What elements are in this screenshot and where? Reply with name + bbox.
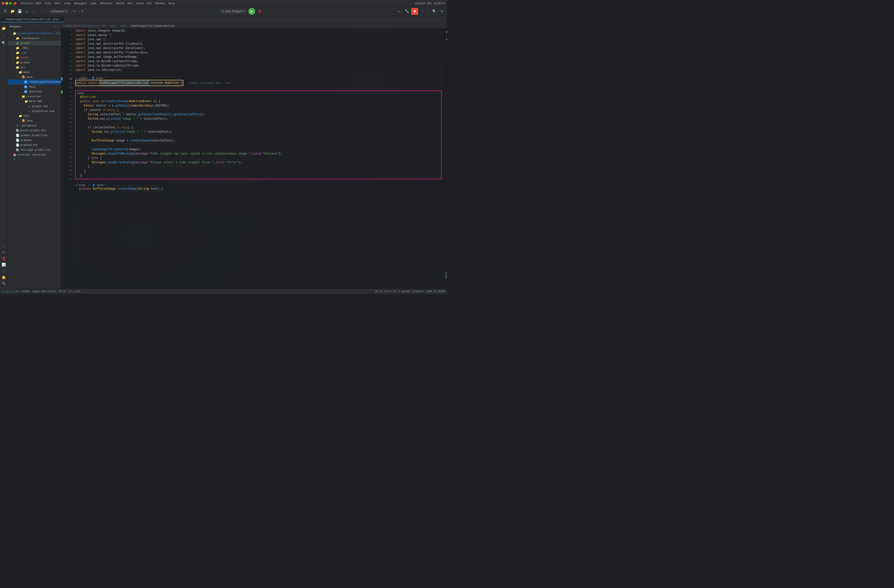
tab-close-icon[interactable]: ✕ (60, 18, 62, 21)
tree-idea[interactable]: ▸ 📁 .idea (8, 45, 61, 50)
breadcrumb-class[interactable]: CodeSnippetToClipboardAction (130, 24, 175, 27)
menu-tools[interactable]: Tools (136, 2, 144, 5)
code-line-32: copyImageToClipboard(image); (76, 147, 441, 152)
tree-label: gradle (20, 42, 30, 45)
git-history-btn[interactable]: ⏱ (81, 10, 84, 13)
debug-button[interactable]: 🐞 (256, 8, 263, 15)
apple-menu[interactable]: 🍎 (14, 2, 17, 5)
tree-main[interactable]: ▾ 📁 main (8, 70, 61, 75)
settings-btn[interactable]: ⚙ (439, 8, 445, 15)
tree-plugin-svg[interactable]: ✧ pluginIcon.svg (8, 109, 61, 113)
status-branch[interactable]: ⎇ ⎇ 1 △/N/A (2, 290, 20, 293)
menu-app[interactable]: IntelliJ IDEA (20, 2, 41, 5)
breadcrumb-src[interactable]: src (102, 24, 107, 27)
more-btn[interactable]: ⋮ (420, 8, 426, 15)
close-button[interactable] (2, 2, 5, 5)
tree-gradle-props[interactable]: 📄 gradle.properties (8, 133, 61, 138)
status-encoding[interactable]: UTF-8 (384, 290, 391, 293)
sidebar-bottom-icons: ⚠ ▶ 🐞 📊 ☁ 🔔 🔌 (1, 243, 7, 289)
menu-build[interactable]: Build (116, 2, 124, 5)
scrollbar-thumb[interactable] (445, 272, 447, 279)
tree-plugin-xml[interactable]: ✦ plugin.xml (8, 104, 61, 109)
vcs-branch-selector[interactable]: ⎇ master ▾ (49, 9, 69, 14)
folder-open-btn[interactable]: 📁 (9, 8, 15, 15)
breadcrumb-project[interactable]: CodeSnippetToClipboard (63, 24, 98, 27)
tree-codesnippet[interactable]: C CodeSnippetToClipboardAction (8, 80, 61, 85)
tree-java[interactable]: ▾ 📦 java (8, 75, 61, 80)
ai-assistant-btn[interactable]: ✦ (396, 8, 402, 15)
menu-file[interactable]: File (45, 2, 51, 5)
menu-run[interactable]: Run (128, 2, 133, 5)
save-btn[interactable]: 💾 (17, 8, 23, 15)
run-configuration[interactable]: ▶ Run Plugin ▾ (220, 9, 247, 14)
sidebar-run-icon[interactable]: ▶ (1, 249, 7, 255)
status-warnings[interactable]: ⚠ 1 △ N/A (68, 290, 80, 293)
tree-run[interactable]: ▸ 📁 .run (8, 50, 61, 55)
tree-myaction[interactable]: C MyAction (8, 89, 61, 94)
tree-gradle-highlighted[interactable]: ▸ ▦ gradle (8, 41, 61, 45)
code-editor[interactable]: 7 8 9 10 11 12 13 14 15 16 17 18 19 (61, 29, 447, 289)
panel-settings-icon[interactable]: ⚙ (55, 25, 56, 28)
tree-build[interactable]: ▸ 📁 build (8, 55, 61, 60)
panel-minimize-icon[interactable]: _ (57, 25, 59, 28)
back-btn[interactable]: ← (31, 8, 37, 15)
code-content[interactable]: import javax.imageio.ImageIO; import jav… (73, 29, 444, 289)
tree-fastrequest[interactable]: ▸ 📁 .fastRequest (8, 36, 61, 41)
menu-code[interactable]: Code (90, 2, 97, 5)
sidebar-project-icon[interactable]: 📁 (1, 25, 7, 32)
menu-window[interactable]: Window (156, 2, 165, 5)
maximize-button[interactable] (9, 2, 12, 5)
menu-help[interactable]: Help (168, 2, 175, 5)
tree-gitignore[interactable]: ⊘ .gitignore (8, 123, 61, 128)
tree-test-java[interactable]: ▾ 📦 java (8, 118, 61, 123)
menu-navigate[interactable]: Navigate (74, 2, 87, 5)
status-line-col[interactable]: 18:14 (375, 290, 382, 293)
status-blame[interactable]: Blame: yangs 2023/12/23, 18:22 (22, 290, 66, 293)
tree-gradlew-bat[interactable]: 📄 gradlew.bat (8, 143, 61, 148)
minimize-button[interactable] (6, 2, 8, 5)
menu-view[interactable]: View (64, 2, 71, 5)
tree-scratches[interactable]: ▸ ✎ (8, 157, 61, 162)
sidebar-notifications-icon[interactable]: 🔔 (1, 274, 7, 280)
run-button[interactable]: ▶ (248, 8, 255, 15)
status-line-sep[interactable]: LF (393, 290, 396, 293)
search-everywhere-btn[interactable]: 🔍 (431, 8, 437, 15)
git-update-btn[interactable]: ⟳ (73, 10, 75, 13)
menu-git[interactable]: Git (147, 2, 152, 5)
status-indent[interactable]: 4 spaces (398, 290, 410, 293)
refresh-btn[interactable]: ↻ (24, 8, 30, 15)
tree-main-class[interactable]: C Main (8, 85, 61, 89)
menu-edit[interactable]: Edit (54, 2, 60, 5)
git-pull-btn[interactable]: ⇩ (79, 10, 80, 13)
sidebar-problems-icon[interactable]: ⚠ (1, 243, 7, 249)
forward-btn[interactable]: → (38, 8, 45, 15)
sidebar-services-icon[interactable]: ☁ (1, 268, 7, 274)
sidebar-profiler-icon[interactable]: 📊 (1, 262, 7, 268)
stop-button[interactable]: ■ (411, 8, 418, 15)
status-vcs-branch[interactable]: ⎇ master (412, 290, 424, 293)
sidebar-commit-icon[interactable]: ✓ (1, 33, 7, 39)
menu-refactor[interactable]: Refactor (100, 2, 113, 5)
tree-external-libs[interactable]: ▸ 📚 External Libraries (8, 152, 61, 157)
tree-settings-gradle[interactable]: 🐘 settings.gradle.kts (8, 148, 61, 152)
tree-gradle2[interactable]: ▸ 📁 gradle (8, 60, 61, 65)
gutter-line-33: 33 (61, 142, 73, 147)
breadcrumb-main[interactable]: main (110, 24, 116, 27)
status-memory[interactable]: 1690 of 3048M (426, 290, 445, 293)
tree-build-gradle[interactable]: 🐘 build.gradle.kts (8, 128, 61, 133)
tree-gradlew[interactable]: 📄 gradlew (8, 138, 61, 143)
project-sidebar-toggle[interactable]: ☰ (2, 8, 8, 15)
tree-src[interactable]: ▾ 📁 src (8, 65, 61, 70)
sidebar-plugins-icon[interactable]: 🔌 (1, 280, 7, 287)
sidebar-debug-icon[interactable]: 🐞 (1, 255, 7, 262)
breadcrumb-java[interactable]: java (120, 24, 126, 27)
tab-active[interactable]: ☕ CodeSnippetToClipboardAction.java ✕ (1, 17, 64, 22)
gutter-line-13: 13 (61, 55, 73, 59)
tree-test[interactable]: ▾ 📁 test (8, 113, 61, 118)
tree-resources[interactable]: ▾ 📁 resources (8, 94, 61, 99)
git-push-btn[interactable]: ⇧ (76, 10, 78, 13)
sidebar-search-icon[interactable]: 🔍 (1, 40, 7, 46)
plugin-btn[interactable]: 🔧 (403, 8, 410, 15)
tree-root[interactable]: ▾ 📁 CodeSnippetToClipboard ~/Documents/w… (8, 31, 61, 36)
tree-metainf[interactable]: ▾ 📁 META-INF (8, 99, 61, 104)
